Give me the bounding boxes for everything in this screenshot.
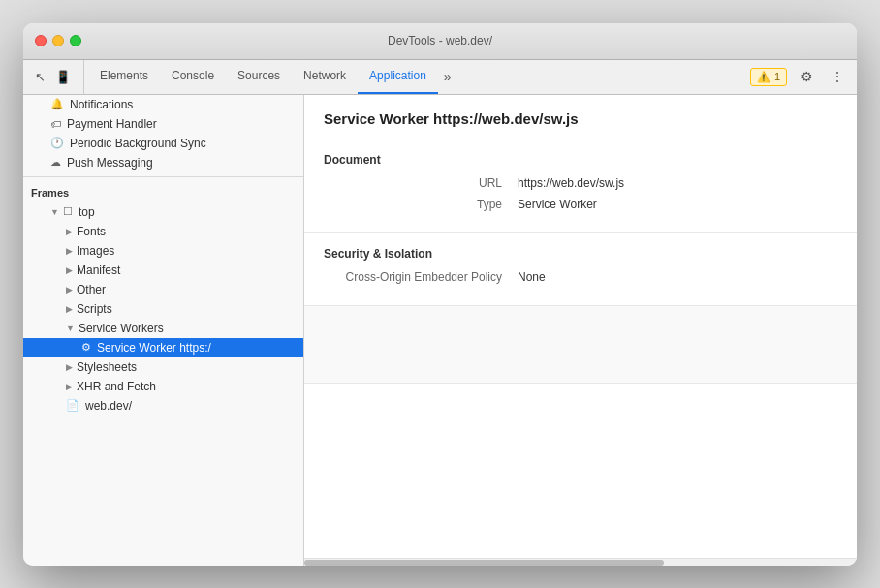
devtools-icons: ↖ 📱 (31, 60, 84, 94)
sidebar-item-notifications[interactable]: 🔔 Notifications (23, 95, 303, 114)
bell-icon: 🔔 (50, 98, 64, 110)
warning-count: 1 (774, 71, 780, 82)
row-value-url: https://web.dev/sw.js (518, 176, 837, 190)
sidebar-item-sw-url[interactable]: ⚙ Service Worker https:/ (23, 338, 303, 357)
chevron-right-icon: ▶ (66, 304, 73, 314)
frame-icon: ☐ (63, 205, 73, 218)
panel-row-type: Type Service Worker (324, 198, 837, 211)
sidebar-label-periodic-bg-sync: Periodic Background Sync (70, 137, 206, 150)
sidebar-item-webdev[interactable]: 📄 web.dev/ (23, 396, 303, 416)
window-title: DevTools - web.dev/ (388, 34, 492, 47)
panel-empty-section (304, 306, 857, 384)
panel-header: Service Worker https://web.dev/sw.js (304, 95, 857, 139)
tab-elements[interactable]: Elements (88, 60, 160, 94)
sidebar-label-manifest: Manifest (77, 263, 120, 277)
gear-icon: ⚙ (81, 341, 91, 354)
chevron-right-icon: ▶ (66, 382, 73, 391)
chevron-down-icon: ▼ (50, 207, 59, 217)
panel-title: Service Worker https://web.dev/sw.js (324, 110, 837, 127)
sidebar-item-periodic-bg-sync[interactable]: 🕐 Periodic Background Sync (23, 134, 303, 153)
panel-scrollbar-thumb (304, 560, 664, 566)
sidebar-item-payment-handler[interactable]: 🏷 Payment Handler (23, 114, 303, 134)
panel-row-coep: Cross-Origin Embedder Policy None (324, 270, 837, 284)
panel: Service Worker https://web.dev/sw.js Doc… (304, 95, 857, 566)
sidebar-label-sw-url: Service Worker https:/ (97, 341, 211, 355)
sidebar-divider-frames (23, 176, 303, 177)
payment-icon: 🏷 (50, 118, 61, 130)
tab-sources[interactable]: Sources (226, 60, 292, 94)
main-content: 🔔 Notifications 🏷 Payment Handler 🕐 Peri… (23, 95, 857, 566)
sidebar-item-scripts[interactable]: ▶ Scripts (23, 299, 303, 319)
sidebar-label-scripts: Scripts (77, 302, 112, 316)
more-options-button[interactable]: ⋮ (826, 65, 849, 88)
sidebar-label-notifications: Notifications (70, 98, 133, 111)
row-value-type: Service Worker (518, 198, 837, 211)
sidebar-item-push-messaging[interactable]: ☁ Push Messaging (23, 153, 303, 172)
sidebar-item-xhr-fetch[interactable]: ▶ XHR and Fetch (23, 377, 303, 396)
panel-scrollbar[interactable] (304, 558, 857, 566)
sidebar-item-stylesheets[interactable]: ▶ Stylesheets (23, 357, 303, 377)
title-bar: DevTools - web.dev/ (23, 23, 857, 60)
sidebar-item-other[interactable]: ▶ Other (23, 280, 303, 299)
section-heading-document: Document (324, 153, 837, 167)
maximize-button[interactable] (70, 35, 81, 46)
sidebar-label-images: Images (77, 244, 114, 258)
sidebar-item-fonts[interactable]: ▶ Fonts (23, 222, 303, 241)
sidebar-item-images[interactable]: ▶ Images (23, 241, 303, 261)
sidebar-item-top[interactable]: ▼ ☐ top (23, 202, 303, 222)
sidebar: 🔔 Notifications 🏷 Payment Handler 🕐 Peri… (23, 95, 304, 566)
warning-badge[interactable]: ⚠️ 1 (750, 68, 787, 86)
panel-row-url: URL https://web.dev/sw.js (324, 176, 837, 190)
sidebar-label-other: Other (77, 283, 106, 296)
tab-console[interactable]: Console (160, 60, 226, 94)
chevron-right-icon: ▶ (66, 227, 73, 236)
sidebar-label-xhr-fetch: XHR and Fetch (77, 380, 156, 393)
row-label-type: Type (324, 198, 518, 211)
panel-section-security: Security & Isolation Cross-Origin Embedd… (304, 233, 857, 306)
tab-application[interactable]: Application (358, 60, 438, 94)
close-button[interactable] (35, 35, 47, 46)
row-label-url: URL (324, 176, 518, 190)
panel-content: Document URL https://web.dev/sw.js Type … (304, 139, 857, 558)
settings-button[interactable]: ⚙ (795, 65, 818, 88)
sidebar-item-manifest[interactable]: ▶ Manifest (23, 261, 303, 280)
sidebar-label-payment-handler: Payment Handler (67, 117, 157, 131)
cloud-icon: ☁ (50, 156, 61, 169)
row-value-coep: None (518, 270, 837, 284)
devtools-window: DevTools - web.dev/ ↖ 📱 Elements Console… (23, 23, 857, 566)
chevron-down-icon: ▼ (66, 324, 75, 333)
chevron-right-icon: ▶ (66, 265, 73, 275)
section-heading-security: Security & Isolation (324, 247, 837, 261)
tab-network[interactable]: Network (292, 60, 358, 94)
frames-section-header: Frames (23, 181, 303, 202)
row-label-coep: Cross-Origin Embedder Policy (324, 270, 518, 284)
traffic-lights (35, 35, 81, 46)
sidebar-label-fonts: Fonts (77, 225, 106, 238)
sidebar-label-stylesheets: Stylesheets (77, 360, 137, 374)
chevron-right-icon: ▶ (66, 285, 73, 294)
more-tabs-button[interactable]: » (438, 60, 457, 94)
tab-bar: ↖ 📱 Elements Console Sources Network App… (23, 60, 857, 95)
sidebar-label-push-messaging: Push Messaging (67, 156, 153, 170)
page-icon: 📄 (66, 399, 79, 412)
chevron-right-icon: ▶ (66, 246, 73, 256)
warning-icon: ⚠️ (757, 71, 770, 83)
sidebar-label-top: top (79, 205, 95, 219)
main-tabs: Elements Console Sources Network Applica… (88, 60, 457, 94)
cursor-icon[interactable]: ↖ (31, 68, 48, 85)
minimize-button[interactable] (52, 35, 64, 46)
sidebar-label-webdev: web.dev/ (85, 399, 132, 413)
panel-section-document: Document URL https://web.dev/sw.js Type … (304, 139, 857, 233)
clock-icon: 🕐 (50, 137, 64, 149)
sidebar-label-service-workers: Service Workers (79, 322, 164, 335)
tab-bar-right: ⚠️ 1 ⚙ ⋮ (750, 60, 849, 94)
chevron-right-icon: ▶ (66, 362, 73, 372)
device-icon[interactable]: 📱 (54, 68, 72, 85)
sidebar-item-service-workers[interactable]: ▼ Service Workers (23, 319, 303, 338)
